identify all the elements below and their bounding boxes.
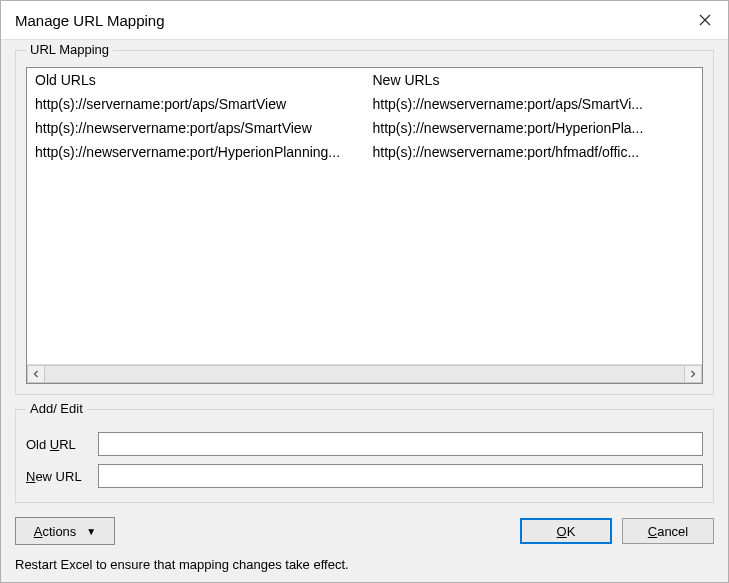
listview-header: Old URLs New URLs	[27, 68, 702, 92]
scroll-left-button[interactable]	[27, 365, 45, 383]
chevron-right-icon	[689, 370, 697, 378]
scroll-track[interactable]	[45, 365, 684, 383]
actions-button[interactable]: Actions ▼	[15, 517, 115, 545]
cell-old-url: http(s)://newservername:port/aps/SmartVi…	[27, 116, 365, 140]
cell-new-url: http(s)://newservername:port/aps/SmartVi…	[365, 92, 703, 116]
old-url-input[interactable]	[98, 432, 703, 456]
column-header-new[interactable]: New URLs	[365, 68, 703, 92]
client-area: URL Mapping Old URLs New URLs http(s)://…	[1, 40, 728, 582]
cell-old-url: http(s)://servername:port/aps/SmartView	[27, 92, 365, 116]
listview-inner: Old URLs New URLs http(s)://servername:p…	[27, 68, 702, 364]
horizontal-scrollbar[interactable]	[27, 364, 702, 383]
ok-button[interactable]: OK	[520, 518, 612, 544]
cell-new-url: http(s)://newservername:port/hfmadf/offi…	[365, 140, 703, 164]
cell-new-url: http(s)://newservername:port/HyperionPla…	[365, 116, 703, 140]
old-url-label: Old URL	[26, 437, 98, 452]
table-row[interactable]: http(s)://servername:port/aps/SmartView …	[27, 92, 702, 116]
cancel-button[interactable]: Cancel	[622, 518, 714, 544]
url-mapping-legend: URL Mapping	[26, 42, 113, 57]
new-url-input[interactable]	[98, 464, 703, 488]
scroll-right-button[interactable]	[684, 365, 702, 383]
title-bar: Manage URL Mapping	[1, 1, 728, 40]
dialog-window: Manage URL Mapping URL Mapping Old URLs …	[0, 0, 729, 583]
old-url-row: Old URL	[26, 432, 703, 456]
restart-hint: Restart Excel to ensure that mapping cha…	[15, 557, 714, 572]
chevron-down-icon: ▼	[86, 526, 96, 537]
add-edit-group: Add/ Edit Old URL New URL	[15, 409, 714, 503]
column-header-old[interactable]: Old URLs	[27, 68, 365, 92]
table-row[interactable]: http(s)://newservername:port/aps/SmartVi…	[27, 116, 702, 140]
new-url-label: New URL	[26, 469, 98, 484]
chevron-left-icon	[32, 370, 40, 378]
add-edit-legend: Add/ Edit	[26, 401, 87, 416]
url-mapping-group: URL Mapping Old URLs New URLs http(s)://…	[15, 50, 714, 395]
url-mapping-listview[interactable]: Old URLs New URLs http(s)://servername:p…	[26, 67, 703, 384]
window-title: Manage URL Mapping	[1, 12, 682, 29]
dialog-button-row: Actions ▼ OK Cancel	[15, 517, 714, 545]
close-button[interactable]	[682, 1, 728, 39]
close-icon	[699, 14, 711, 26]
listview-body[interactable]: http(s)://servername:port/aps/SmartView …	[27, 92, 702, 364]
new-url-row: New URL	[26, 464, 703, 488]
table-row[interactable]: http(s)://newservername:port/HyperionPla…	[27, 140, 702, 164]
cell-old-url: http(s)://newservername:port/HyperionPla…	[27, 140, 365, 164]
